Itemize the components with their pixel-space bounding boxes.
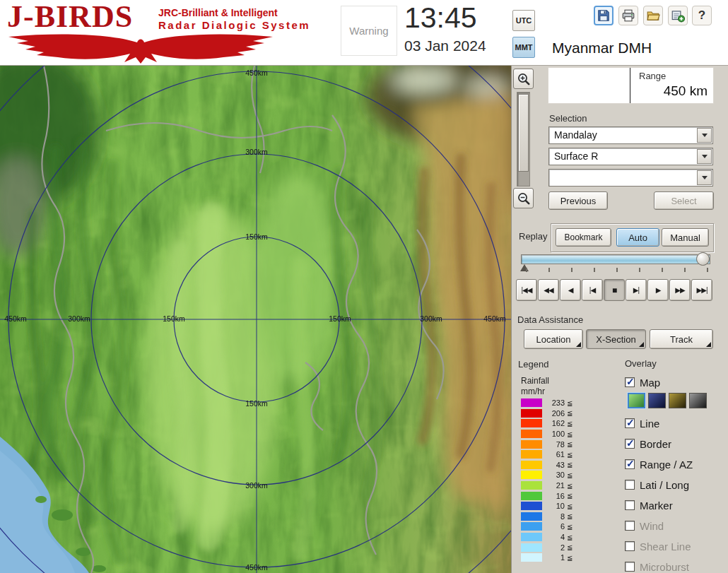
map-style-swatch-gray[interactable] bbox=[689, 393, 707, 408]
legend-lte-symbol: ≦ bbox=[567, 461, 573, 468]
map-checkbox[interactable] bbox=[625, 377, 635, 387]
bookmark-button[interactable]: Bookmark bbox=[556, 228, 611, 247]
stop-button[interactable]: ■ bbox=[604, 279, 625, 301]
ring-label-n-300: 300km bbox=[245, 148, 268, 156]
legend-color-swatch bbox=[521, 543, 542, 552]
legend-color-swatch bbox=[521, 471, 542, 479]
legend-row: 4≦ bbox=[521, 532, 627, 543]
track-button[interactable]: Track bbox=[650, 329, 713, 349]
help-button[interactable]: ? bbox=[692, 6, 712, 25]
legend-value: 10 bbox=[545, 502, 565, 510]
map-style-swatch-navy[interactable] bbox=[648, 393, 666, 408]
x-section-button[interactable]: X-Section bbox=[586, 329, 646, 349]
legend-label: Legend bbox=[518, 359, 548, 370]
chevron-down-icon bbox=[702, 176, 708, 179]
skip-to-start-button[interactable]: |◀◀ bbox=[516, 279, 537, 301]
zoom-out-button[interactable] bbox=[513, 188, 534, 208]
legend-lte-symbol: ≦ bbox=[567, 471, 573, 479]
overlay-item-line[interactable]: Line bbox=[625, 416, 659, 430]
legend-value: 162 bbox=[545, 419, 565, 427]
select-button[interactable]: Select bbox=[654, 191, 714, 210]
legend-lte-symbol: ≦ bbox=[567, 554, 573, 562]
legend-value: 30 bbox=[545, 471, 565, 479]
utc-button[interactable]: UTC bbox=[512, 10, 535, 31]
legend-color-swatch bbox=[521, 512, 542, 521]
ring-label-w-300: 300km bbox=[68, 314, 90, 323]
timeline-slider-handle[interactable] bbox=[696, 252, 710, 266]
overlay-item-range-az[interactable]: Range / AZ bbox=[625, 457, 693, 471]
overlay-item-label: Map bbox=[640, 377, 660, 389]
mmt-button[interactable]: MMT bbox=[512, 37, 535, 58]
save-button[interactable] bbox=[594, 6, 613, 25]
save-icon bbox=[597, 8, 611, 23]
map-style-swatch-olive[interactable] bbox=[669, 393, 686, 408]
step-forward-button[interactable]: ▶| bbox=[626, 279, 647, 301]
legend-lte-symbol: ≦ bbox=[567, 523, 573, 531]
ring-label-w-450: 450km bbox=[4, 314, 27, 323]
overlay-item-lati-long[interactable]: Lati / Long bbox=[625, 478, 689, 492]
step-back-button[interactable]: |◀ bbox=[582, 279, 603, 301]
zoom-in-button[interactable] bbox=[513, 69, 534, 89]
auto-mode-button[interactable]: Auto bbox=[616, 228, 659, 247]
import-export-icon bbox=[671, 8, 685, 23]
line-checkbox[interactable] bbox=[625, 418, 635, 428]
product-dropdown[interactable]: Surface R bbox=[548, 148, 713, 165]
legend-value: 4 bbox=[545, 533, 565, 541]
product-dropdown-button[interactable] bbox=[697, 149, 712, 164]
app-logo-taglines: JRC-Brilliant & Intelligent Radar Dialog… bbox=[158, 7, 310, 31]
manual-mode-button[interactable]: Manual bbox=[662, 228, 709, 247]
selection-label: Selection bbox=[549, 113, 587, 124]
play-button[interactable]: ▶ bbox=[647, 279, 669, 301]
site-dropdown[interactable]: Mandalay bbox=[548, 126, 713, 144]
jbirds-app: J-BIRDS JRC-Brilliant & Intelligent Rada… bbox=[0, 0, 728, 573]
import-export-button[interactable] bbox=[668, 6, 688, 25]
warning-indicator[interactable]: Warning bbox=[341, 6, 397, 56]
rainfall-legend: 233≦ 206≦ 162≦ 100≦ 78≦ 61≦ 43≦ 30≦ 21≦ … bbox=[521, 398, 627, 563]
location-button[interactable]: Location bbox=[524, 329, 583, 349]
legend-value: 78 bbox=[545, 440, 565, 449]
skip-to-end-button[interactable]: ▶▶| bbox=[691, 279, 712, 301]
previous-button[interactable]: Previous bbox=[548, 191, 608, 210]
open-folder-button[interactable] bbox=[643, 6, 663, 25]
range-az-checkbox[interactable] bbox=[625, 459, 635, 469]
zoom-slider-thumb[interactable] bbox=[518, 94, 529, 172]
fast-forward-button[interactable]: ▶▶ bbox=[669, 279, 691, 301]
legend-color-swatch bbox=[521, 398, 542, 407]
legend-color-swatch bbox=[521, 522, 542, 531]
legend-value: 21 bbox=[545, 481, 565, 490]
radar-map-display[interactable]: 450km 300km 150km 150km 300km 450km 450k… bbox=[0, 66, 511, 573]
legend-row: 1≦ bbox=[521, 553, 627, 563]
legend-value: 1 bbox=[545, 553, 565, 562]
terrain-map[interactable]: 450km 300km 150km 150km 300km 450km 450k… bbox=[0, 66, 511, 573]
legend-lte-symbol: ≦ bbox=[567, 482, 573, 490]
legend-color-swatch bbox=[521, 481, 542, 490]
overlay-item-border[interactable]: Border bbox=[625, 437, 671, 451]
play-reverse-button[interactable]: ◀ bbox=[560, 279, 581, 301]
border-checkbox[interactable] bbox=[625, 439, 635, 449]
print-button[interactable] bbox=[618, 6, 638, 25]
marker-checkbox[interactable] bbox=[625, 500, 635, 510]
print-icon bbox=[621, 8, 635, 23]
legend-lte-symbol: ≦ bbox=[567, 420, 573, 427]
overlay-item-marker[interactable]: Marker bbox=[625, 498, 673, 512]
legend-value: 16 bbox=[545, 492, 565, 500]
legend-lte-symbol: ≦ bbox=[567, 409, 573, 417]
overlay-item-label: Lati / Long bbox=[640, 479, 689, 491]
overlay-item-map[interactable]: Map bbox=[625, 375, 660, 389]
option-dropdown-button[interactable] bbox=[697, 170, 712, 185]
rewind-button[interactable]: ◀◀ bbox=[538, 279, 559, 301]
zoom-slider[interactable] bbox=[517, 92, 530, 187]
shear-line-checkbox bbox=[625, 541, 635, 551]
site-dropdown-button[interactable] bbox=[697, 128, 712, 143]
lati-long-checkbox[interactable] bbox=[625, 480, 635, 490]
legend-color-swatch bbox=[521, 430, 542, 438]
overlay-item-microburst: Microburst bbox=[625, 560, 689, 573]
legend-color-swatch bbox=[521, 450, 542, 459]
overlay-item-label: Line bbox=[640, 418, 659, 430]
microburst-checkbox bbox=[625, 562, 635, 572]
range-divider bbox=[630, 68, 630, 103]
legend-value: 61 bbox=[545, 450, 565, 459]
option-dropdown[interactable] bbox=[548, 169, 713, 187]
map-style-swatch-green[interactable] bbox=[628, 393, 645, 408]
replay-timeline-slider[interactable] bbox=[521, 254, 710, 264]
